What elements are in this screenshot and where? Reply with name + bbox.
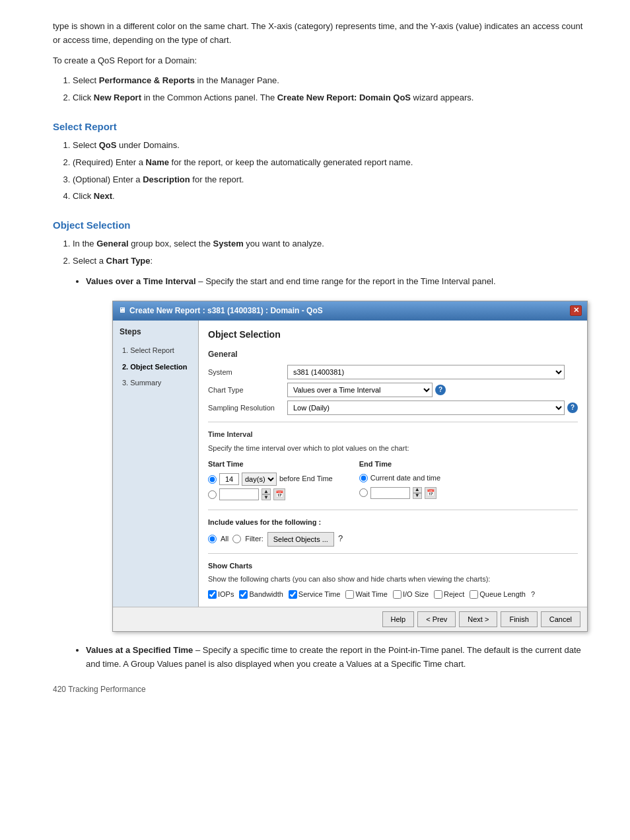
intro-step2-bold2: Create New Report: Domain QoS <box>277 93 411 102</box>
select-report-step-4: Click Next. <box>73 190 590 204</box>
dialog-titlebar: 🖥 Create New Report : s381 (1400381) : D… <box>113 301 587 321</box>
intro-step-2: Click New Report in the Common Actions p… <box>73 91 590 105</box>
chart-bandwidth-checkbox[interactable] <box>239 590 248 599</box>
start-time-down-btn[interactable]: ▼ <box>262 494 271 500</box>
help-button[interactable]: Help <box>382 611 415 627</box>
bullet-values-time-interval: Values over a Time Interval – Specify th… <box>86 275 590 632</box>
system-select[interactable]: s381 (1400381) <box>287 365 565 379</box>
dialog-title-icon: 🖥 <box>118 305 125 317</box>
include-info-icon[interactable]: ? <box>338 532 343 546</box>
sidebar-step-3[interactable]: 3. Summary <box>120 376 192 391</box>
chart-iops-checkbox[interactable] <box>208 590 217 599</box>
intro-steps: Select Performance & Reports in the Mana… <box>73 74 590 105</box>
time-columns: Start Time day(s) before End Time <box>208 459 578 504</box>
dialog-main-title: Object Selection <box>208 327 578 342</box>
select-report-steps: Select QoS under Domains. (Required) Ent… <box>73 139 590 204</box>
chart-io-size[interactable]: I/O Size <box>393 589 429 601</box>
chart-queue-length[interactable]: Queue Length <box>470 589 526 601</box>
include-filter-label: Filter: <box>245 533 263 545</box>
object-selection-heading: Object Selection <box>53 219 590 231</box>
sidebar-steps-label: Steps <box>120 326 192 338</box>
sampling-select[interactable]: Low (Daily) <box>287 401 565 415</box>
dialog-sidebar: Steps 1. Select Report 2. Object Selecti… <box>113 321 199 607</box>
end-time-label: End Time <box>359 459 440 471</box>
chart-service-time[interactable]: Service Time <box>289 589 341 601</box>
next-button[interactable]: Next > <box>459 611 497 627</box>
prev-button[interactable]: < Prev <box>417 611 456 627</box>
select-report-heading: Select Report <box>53 121 590 132</box>
include-all-label: All <box>221 533 228 545</box>
chart-reject-checkbox[interactable] <box>434 590 442 599</box>
intro-step-1: Select Performance & Reports in the Mana… <box>73 74 590 88</box>
system-row: System s381 (1400381) <box>208 365 578 379</box>
chart-service-time-checkbox[interactable] <box>289 590 297 599</box>
chart-wait-time-checkbox[interactable] <box>345 590 354 599</box>
end-time-calendar-btn[interactable]: 📅 <box>425 487 437 499</box>
current-datetime-label: Current date and time <box>370 473 440 484</box>
chart-iops[interactable]: IOPs <box>208 589 234 601</box>
start-time-unit-select[interactable]: day(s) <box>242 473 277 486</box>
chart-type-bullets: Values over a Time Interval – Specify th… <box>86 275 590 671</box>
chart-queue-length-checkbox[interactable] <box>470 590 478 599</box>
select-report-step-3: (Optional) Enter a Description for the r… <box>73 173 590 187</box>
start-time-value-input[interactable] <box>219 473 239 485</box>
dialog-body: Steps 1. Select Report 2. Object Selecti… <box>113 321 587 607</box>
bullet1-text: – Specify the start and end time range f… <box>196 276 496 286</box>
intro-step2-bold1: New Report <box>94 93 141 102</box>
dialog-window: 🖥 Create New Report : s381 (1400381) : D… <box>112 301 588 632</box>
start-time-label: Start Time <box>208 459 333 471</box>
dialog-footer: Help < Prev Next > Finish Cancel <box>113 607 587 631</box>
sidebar-step-1[interactable]: 1. Select Report <box>120 344 192 358</box>
chart-type-info-icon[interactable]: ? <box>435 385 446 395</box>
start-time-row-2: ▲ ▼ 📅 <box>208 488 333 500</box>
cancel-button[interactable]: Cancel <box>541 611 580 627</box>
charts-info-icon[interactable]: ? <box>531 589 535 601</box>
include-row: All Filter: Select Objects ... ? <box>208 532 578 547</box>
end-time-radio-absolute[interactable] <box>359 488 368 497</box>
intro-para1: type is shown in a different color on th… <box>53 20 590 48</box>
sampling-info-icon[interactable]: ? <box>567 402 578 413</box>
sampling-label: Sampling Resolution <box>208 402 287 414</box>
select-report-step-2: (Required) Enter a Name for the report, … <box>73 156 590 170</box>
object-selection-steps: In the General group box, select the Sys… <box>73 237 590 268</box>
start-time-column: Start Time day(s) before End Time <box>208 459 333 504</box>
chart-type-select[interactable]: Values over a Time Interval <box>287 383 433 397</box>
divider-2 <box>208 510 578 510</box>
bullet1-bold: Values over a Time Interval <box>86 276 196 286</box>
bullet-values-specified-time: Values at a Specified Time – Specify a s… <box>86 644 590 671</box>
end-time-row-2: ▲ ▼ 📅 <box>359 487 440 499</box>
include-all-radio[interactable] <box>208 535 217 543</box>
system-label: System <box>208 367 287 379</box>
chart-bandwidth[interactable]: Bandwidth <box>239 589 283 601</box>
divider-1 <box>208 422 578 422</box>
general-group-label: General <box>208 348 578 361</box>
intro-step1-bold: Performance & Reports <box>99 75 195 85</box>
bullet2-bold: Values at a Specified Time <box>86 645 193 655</box>
end-time-date-input[interactable] <box>370 487 410 499</box>
chart-type-row: Chart Type Values over a Time Interval ? <box>208 383 578 397</box>
sampling-row: Sampling Resolution Low (Daily) ? <box>208 401 578 415</box>
chart-io-size-checkbox[interactable] <box>393 590 402 599</box>
start-time-radio-relative[interactable] <box>208 475 217 484</box>
chart-reject[interactable]: Reject <box>434 589 464 601</box>
show-charts-label: Show Charts <box>208 560 578 572</box>
start-time-radio-absolute[interactable] <box>208 490 217 499</box>
start-time-up-btn[interactable]: ▲ <box>262 488 271 494</box>
time-interval-desc: Specify the time interval over which to … <box>208 443 578 455</box>
start-time-calendar-btn[interactable]: 📅 <box>273 488 285 500</box>
chart-wait-time[interactable]: Wait Time <box>345 589 388 601</box>
page-footer: 420 Tracking Performance <box>53 685 590 694</box>
start-time-date-input[interactable] <box>219 488 259 500</box>
charts-checkboxes: IOPs Bandwidth Service Time Wait Time I/… <box>208 589 578 601</box>
select-objects-button[interactable]: Select Objects ... <box>267 532 334 547</box>
dialog-close-button[interactable]: ✕ <box>570 305 582 316</box>
finish-button[interactable]: Finish <box>501 611 537 627</box>
before-end-label: before End Time <box>279 473 333 485</box>
include-filter-radio[interactable] <box>232 535 241 543</box>
select-report-step-1: Select QoS under Domains. <box>73 139 590 153</box>
end-time-column: End Time Current date and time ▲ ▼ <box>359 459 440 504</box>
end-time-radio-current[interactable] <box>359 474 368 482</box>
end-time-down-btn[interactable]: ▼ <box>413 493 422 499</box>
sidebar-step-2[interactable]: 2. Object Selection <box>120 360 192 375</box>
start-time-row-1: day(s) before End Time <box>208 473 333 486</box>
